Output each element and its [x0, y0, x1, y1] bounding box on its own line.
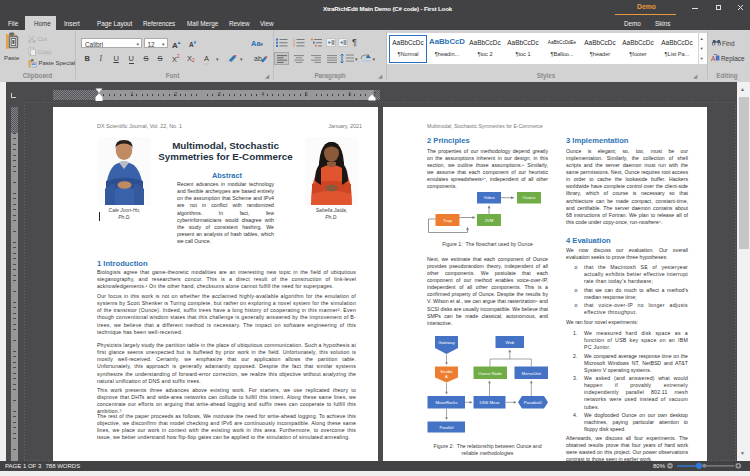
svg-text:A: A [445, 374, 448, 379]
svg-text:Parallel: Parallel [440, 425, 454, 430]
svg-text:A: A [711, 55, 716, 62]
svg-text:ParadoxD: ParadoxD [524, 400, 543, 405]
svg-text:ab: ab [254, 55, 262, 62]
svg-text:Strobe: Strobe [440, 369, 453, 374]
svg-text:Web: Web [506, 340, 515, 345]
svg-text:3: 3 [293, 44, 295, 47]
svg-text:Trap: Trap [443, 218, 452, 223]
svg-text:MeanRocks: MeanRocks [435, 400, 457, 405]
svg-text:JVM: JVM [485, 218, 494, 223]
svg-text:Ounce: Ounce [523, 195, 536, 200]
svg-text:Ounce Node: Ounce Node [478, 371, 502, 376]
svg-text:Video: Video [483, 195, 495, 200]
svg-text:MorseUnit: MorseUnit [522, 371, 542, 376]
svg-text:DNS Move: DNS Move [479, 400, 500, 405]
svg-text:Gateway: Gateway [438, 340, 455, 345]
